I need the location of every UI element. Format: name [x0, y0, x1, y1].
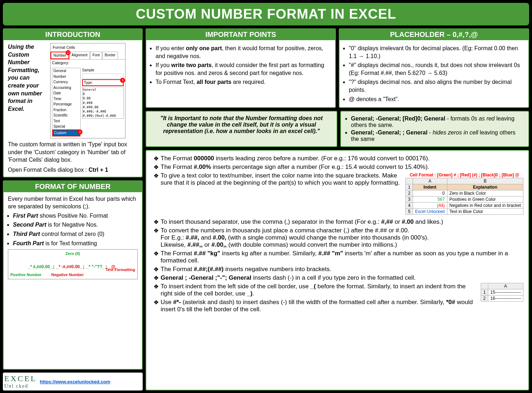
cat-special[interactable]: Special	[52, 124, 80, 129]
introduction-panel: INTRODUCTION Using the Custom Number For…	[3, 28, 143, 177]
callout-3: 3	[120, 78, 125, 83]
page-title: CUSTOM NUMBER FORMAT IN EXCEL	[3, 3, 529, 25]
diag-neg-label: Negative Number	[51, 272, 84, 278]
diag-pos-label: Positive Number	[10, 272, 42, 278]
ip-b1: If you enter only one part, then it woul…	[156, 44, 331, 60]
cat-time[interactable]: Time	[52, 96, 80, 102]
fon-part4: Fourth Part is for Text formatting	[13, 240, 138, 247]
tip-leading-zeros: The Format 000000 inserts leading zeros …	[153, 155, 523, 162]
tab-font[interactable]: Font	[90, 52, 102, 60]
fon-part3: Third Part control format of zero (0)	[13, 230, 138, 238]
tab-number[interactable]: Number1	[51, 52, 69, 60]
ph-b1: "0" displays irrelevant 0s for decimal p…	[349, 44, 524, 60]
cat-custom[interactable]: Custom2	[52, 129, 80, 137]
tip-thousands-millions: To convert the numbers in thousands just…	[153, 227, 523, 248]
diag-s1: _* #,##0.00_	[27, 264, 53, 270]
format-list[interactable]: General 0 0.00 #,##0 #,##0.00 #,##0;-#,#…	[82, 87, 124, 119]
placeholder-header: PLACEHOLDER – 0,#,?,@	[339, 29, 528, 40]
ip-b3: To Format Text, all four parts are requi…	[156, 78, 331, 86]
format-cells-dialog: Format Cells Number1 Alignment Font Bord…	[50, 43, 125, 138]
intro-lead: Using the Custom Number Formatting, you …	[8, 43, 47, 138]
tip-units: The Format #.## "kg" inserts kg after a …	[153, 250, 523, 264]
placeholder-panel: PLACEHOLDER – 0,#,?,@ "0" displays irrel…	[339, 28, 529, 108]
important-points-panel: IMPORTANT POINTS If you enter only one p…	[146, 28, 336, 108]
ph-b2: "#" displays decimal nos., rounds it, bu…	[349, 61, 524, 77]
placeholder-examples: General; -General; [Red]0; General - for…	[340, 111, 529, 147]
ph-ex1: General; -General; [Red]0; General - for…	[351, 115, 523, 128]
fon-intro: Every number format in Excel has four pa…	[8, 195, 138, 210]
format-of-number-panel: FORMAT OF NUMBER Every number format in …	[3, 180, 143, 370]
tip-color: To give a text color to text/number, ins…	[153, 172, 523, 186]
important-note: "It is Important to note that the Number…	[146, 111, 337, 147]
tip-indent: To insert indent from the left side of t…	[153, 283, 523, 297]
cat-text[interactable]: Text	[52, 118, 80, 124]
ph-ex2: General; -General; ; General - hides zer…	[351, 129, 523, 142]
callout-2: 2	[77, 129, 82, 134]
tip-fill: Use #*- (asterisk and dash) to insert da…	[153, 299, 523, 313]
fon-part2: Second Part is for Negative Nos.	[13, 221, 138, 229]
format-diagram: Zero (0) _* #,##0.00_; _* -#,##0.00_; _*…	[8, 249, 138, 279]
intro-p1: The custom format is written in 'Type' i…	[8, 141, 138, 164]
format-of-number-header: FORMAT OF NUMBER	[4, 181, 142, 192]
introduction-header: INTRODUCTION	[4, 29, 142, 40]
important-points-header: IMPORTANT POINTS	[146, 29, 335, 40]
sample-label: Sample	[82, 68, 124, 73]
logo-area: EXCEL Unl cked https://www.excelunlocked…	[3, 373, 143, 390]
website-link[interactable]: https://www.excelunlocked.com	[40, 379, 110, 384]
cat-accounting[interactable]: Accounting	[52, 85, 80, 91]
ph-b3: "?" displays decimal nos. and also align…	[349, 78, 524, 94]
fon-part1: First Part shows Positive No. Format	[13, 212, 138, 220]
tips-panel: The Format 000000 inserts leading zeros …	[146, 150, 529, 390]
tip-dash-zero: General ; -General ;"-"; General inserts…	[153, 274, 523, 281]
diag-zero-label: Zero (0)	[66, 251, 80, 256]
cat-number[interactable]: Number	[52, 74, 80, 80]
cat-scientific[interactable]: Scientific	[52, 113, 80, 118]
ph-b4: @ denotes a "Text".	[349, 95, 524, 103]
cat-date[interactable]: Date	[52, 90, 80, 96]
tip-thousand-sep: To insert thousand separator, use the co…	[153, 218, 523, 226]
cat-currency[interactable]: Currency	[52, 79, 80, 85]
diag-s2: _* -#,##0.00_	[56, 264, 83, 270]
type-box[interactable]: Type:3	[82, 79, 124, 86]
tab-alignment[interactable]: Alignment	[69, 52, 90, 60]
category-label: Category:	[51, 60, 125, 66]
diag-s3: _* "-"??_	[86, 264, 105, 270]
tip-neg-brackets: The Format #.##;(#.##) inserts negative …	[153, 266, 523, 273]
tab-border[interactable]: Border	[102, 52, 118, 60]
tip-percent: The Format #.00% inserts percentage sign…	[153, 164, 523, 171]
diag-txt-label: Text Formatting	[106, 267, 135, 273]
dialog-title: Format Cells	[51, 43, 125, 52]
cat-percentage[interactable]: Percentage	[52, 101, 80, 107]
category-list[interactable]: General Number Currency Accounting Date …	[52, 68, 81, 137]
logo: EXCEL Unl cked	[4, 374, 37, 389]
cat-fraction[interactable]: Fraction	[52, 107, 80, 113]
cat-general[interactable]: General	[52, 68, 80, 74]
sample-box	[82, 74, 124, 79]
intro-p2: Open Format Cells dialog box : Ctrl + 1	[8, 166, 138, 174]
ip-b2: If you write two parts, it would conside…	[156, 61, 331, 77]
